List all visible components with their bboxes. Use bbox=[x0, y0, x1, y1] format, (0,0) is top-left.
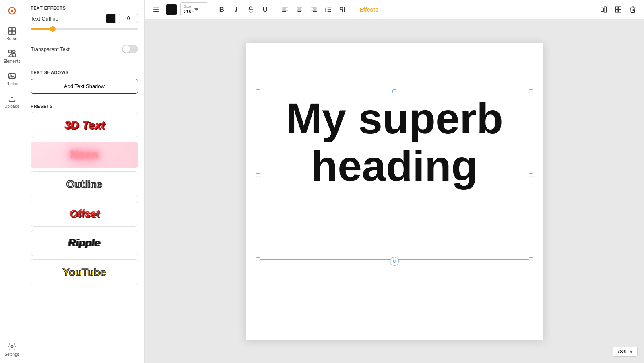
delete-button[interactable] bbox=[626, 3, 639, 16]
align-distribute-button[interactable] bbox=[597, 3, 610, 16]
size-dropdown-icon bbox=[194, 8, 198, 11]
handle-middle-left[interactable] bbox=[256, 173, 260, 177]
align-left-button[interactable] bbox=[279, 3, 291, 16]
transparent-text-toggle[interactable] bbox=[122, 45, 138, 53]
text-outline-section: Text Outline bbox=[24, 14, 144, 41]
preset-youtube-wrapper: YouTube bbox=[24, 259, 144, 289]
grid-button[interactable] bbox=[612, 3, 625, 16]
svg-rect-2 bbox=[8, 28, 11, 31]
preset-outline-wrapper: Outline bbox=[24, 171, 144, 201]
bold-button[interactable]: B bbox=[215, 3, 228, 16]
top-toolbar: Size 200 B I U bbox=[145, 0, 644, 19]
preset-offset-button[interactable]: Offset bbox=[31, 201, 138, 227]
sidebar-item-elements[interactable]: Elements bbox=[2, 46, 22, 67]
main-area: Size 200 B I U bbox=[145, 0, 644, 363]
sidebar-item-uploads[interactable]: Uploads bbox=[2, 91, 22, 112]
preset-ripple-button[interactable]: Ripple bbox=[31, 230, 138, 256]
transparent-text-label: Transparent Text bbox=[31, 46, 119, 52]
toolbar-right bbox=[597, 3, 639, 16]
handle-bottom-left[interactable] bbox=[256, 257, 260, 261]
svg-rect-5 bbox=[12, 31, 15, 34]
canvas-heading-line2: heading bbox=[311, 142, 478, 190]
canvas-area[interactable]: My superb heading ↻ 78% bbox=[145, 19, 644, 363]
svg-point-1 bbox=[11, 10, 13, 12]
sidebar-photos-label: Photos bbox=[6, 82, 18, 86]
canvas-heading[interactable]: My superb heading bbox=[262, 95, 527, 191]
paragraph-button[interactable] bbox=[336, 3, 349, 16]
toolbar-divider-3 bbox=[353, 5, 353, 14]
canvas-heading-line1: My superb bbox=[286, 94, 503, 143]
preset-neon-button[interactable]: Neon bbox=[31, 142, 138, 168]
text-shadows-label: TEXT SHADOWS bbox=[24, 67, 144, 77]
sidebar-item-brand[interactable]: Brand bbox=[2, 23, 22, 44]
preset-outline-button[interactable]: Outline bbox=[31, 171, 138, 197]
zoom-value: 78% bbox=[617, 349, 627, 355]
effects-button[interactable]: Effects bbox=[356, 5, 382, 14]
preset-youtube-text: YouTube bbox=[63, 266, 106, 279]
size-label: Size bbox=[184, 4, 193, 8]
align-right-button[interactable] bbox=[308, 3, 320, 16]
svg-point-12 bbox=[11, 345, 13, 348]
menu-button[interactable] bbox=[150, 3, 163, 16]
preset-3d-wrapper: 3D Text bbox=[24, 112, 144, 142]
strikethrough-button[interactable] bbox=[244, 3, 257, 16]
handle-middle-right[interactable] bbox=[529, 173, 533, 177]
line-height-button[interactable] bbox=[322, 3, 335, 16]
toolbar-color-swatch[interactable] bbox=[166, 4, 177, 15]
zoom-indicator: 78% bbox=[613, 347, 638, 357]
toolbar-divider-2 bbox=[275, 5, 275, 14]
text-outline-value[interactable] bbox=[119, 14, 138, 23]
icon-sidebar: Brand Elements Photos Uploads Settings bbox=[0, 0, 24, 363]
divider-3 bbox=[24, 100, 144, 100]
svg-rect-4 bbox=[8, 31, 11, 34]
preset-outline-text: Outline bbox=[66, 178, 103, 191]
size-selector[interactable]: Size 200 bbox=[180, 2, 208, 16]
svg-rect-35 bbox=[601, 8, 603, 11]
app-logo[interactable] bbox=[2, 3, 22, 18]
transparent-text-row: Transparent Text bbox=[31, 45, 138, 53]
preset-3d-button[interactable]: 3D Text bbox=[31, 112, 138, 138]
slider-thumb[interactable] bbox=[50, 26, 56, 32]
preset-ripple-text: Ripple bbox=[68, 237, 100, 249]
svg-rect-3 bbox=[12, 28, 15, 31]
underline-button[interactable]: U bbox=[259, 3, 272, 16]
text-outline-slider-track[interactable] bbox=[31, 27, 138, 36]
preset-neon-text: Neon bbox=[70, 148, 99, 161]
transparent-text-section: Transparent Text bbox=[24, 45, 144, 63]
rotate-handle[interactable]: ↻ bbox=[390, 257, 399, 266]
sidebar-uploads-label: Uploads bbox=[4, 104, 19, 109]
toolbar-divider-1 bbox=[212, 5, 212, 14]
handle-bottom-right[interactable] bbox=[529, 257, 533, 261]
preset-offset-text: Offset bbox=[69, 207, 99, 220]
handle-top-right[interactable] bbox=[529, 89, 533, 93]
size-value: 200 bbox=[184, 8, 193, 14]
handle-top-left[interactable] bbox=[256, 89, 260, 93]
divider-1 bbox=[24, 43, 144, 43]
svg-rect-37 bbox=[615, 7, 618, 9]
handle-top-middle[interactable] bbox=[392, 89, 396, 93]
italic-button[interactable]: I bbox=[230, 3, 243, 16]
text-outline-row: Text Outline bbox=[31, 14, 138, 23]
preset-ripple-wrapper: Ripple bbox=[24, 230, 144, 259]
sidebar-brand-label: Brand bbox=[6, 37, 17, 41]
text-outline-label: Text Outline bbox=[31, 16, 103, 22]
sidebar-settings-label: Settings bbox=[4, 352, 19, 357]
sidebar-item-settings[interactable]: Settings bbox=[2, 339, 22, 360]
svg-rect-39 bbox=[615, 10, 618, 12]
text-effects-panel: TEXT EFFECTS Text Outline Transparent Te… bbox=[24, 0, 145, 363]
presets-label: PRESETS bbox=[24, 102, 144, 112]
divider-2 bbox=[24, 65, 144, 65]
text-outline-color-swatch[interactable] bbox=[106, 14, 116, 23]
svg-rect-40 bbox=[619, 10, 621, 12]
sidebar-elements-label: Elements bbox=[4, 59, 21, 64]
add-shadow-button[interactable]: Add Text Shadow bbox=[31, 79, 138, 94]
svg-rect-6 bbox=[8, 50, 11, 53]
preset-youtube-button[interactable]: YouTube bbox=[31, 259, 138, 285]
sidebar-item-photos[interactable]: Photos bbox=[2, 68, 22, 89]
svg-rect-38 bbox=[619, 7, 621, 9]
align-center-button[interactable] bbox=[293, 3, 306, 16]
panel-header: TEXT EFFECTS bbox=[24, 0, 144, 14]
svg-rect-36 bbox=[604, 7, 607, 12]
zoom-dropdown-icon[interactable] bbox=[629, 351, 633, 353]
toggle-knob bbox=[123, 45, 130, 53]
